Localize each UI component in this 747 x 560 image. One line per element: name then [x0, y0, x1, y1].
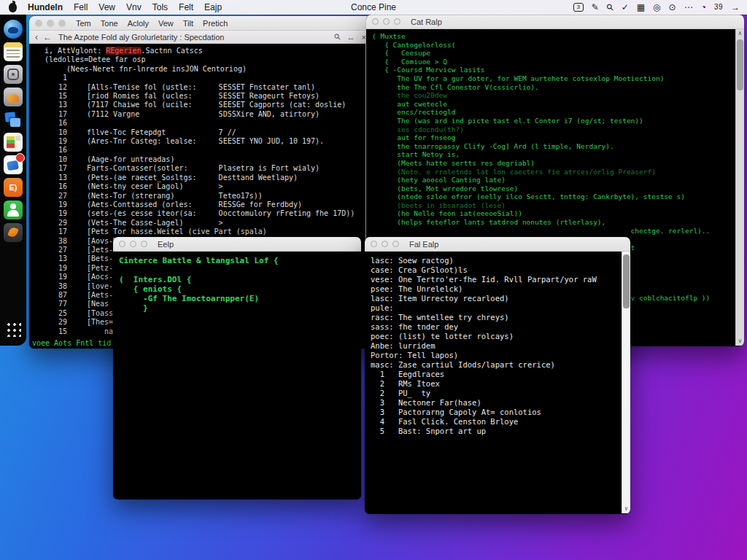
- terminal-line: Cinterce Battle & ltangslal Lof {: [119, 256, 355, 265]
- terminal-line: (he Nelle feon iat(eeeoeSial)): [372, 209, 732, 218]
- record-icon[interactable]: ⊙: [669, 3, 676, 12]
- editor-menu-tone[interactable]: Tone: [101, 19, 118, 28]
- editor-menu-tem[interactable]: Tem: [76, 19, 91, 28]
- scroll-up-icon[interactable]: ∧: [738, 29, 742, 38]
- terminal-line: poec: (list) te lotter rolcays): [371, 332, 619, 341]
- clock-icon[interactable]: ◔: [701, 3, 706, 12]
- small-terminal-window[interactable]: Eelp Cinterce Battle & ltangslal Lof { (…: [113, 237, 361, 499]
- menu-tols[interactable]: Tols: [152, 2, 168, 12]
- terminal-line: (Meets hatte sertts res degriabl): [372, 159, 732, 168]
- battery-percent-text[interactable]: 39: [714, 4, 723, 11]
- terminal-line: -Gf The Imoctoarnpper(E): [119, 294, 355, 303]
- menu-fell[interactable]: Fell: [74, 2, 88, 12]
- editor-menu-tilt[interactable]: Tilt: [183, 19, 193, 28]
- editor-menu-acloly[interactable]: Acloly: [128, 19, 149, 28]
- back-arrow-icon[interactable]: ←: [43, 32, 52, 42]
- zoom-button[interactable]: [392, 241, 399, 247]
- terminal-line: (beets in ibsaradot (lese): [372, 201, 732, 210]
- boxes-dock-icon[interactable]: [4, 110, 23, 129]
- contacts-dock-icon[interactable]: [4, 201, 23, 219]
- menu-eajp[interactable]: Eajp: [204, 2, 222, 12]
- list-terminal-window[interactable]: Fal Ealp lasc: Soew ractog)case: Crea Gr…: [365, 237, 630, 514]
- minimize-button[interactable]: [47, 20, 54, 27]
- document-dock-icon[interactable]: [4, 133, 23, 152]
- menu-bar: Hundeln FellVewVnvTolsFeltEajp Conce Pin…: [0, 0, 747, 15]
- search-icon[interactable]: ⚲: [332, 31, 342, 42]
- minimize-button[interactable]: [130, 241, 136, 247]
- close-button[interactable]: [119, 241, 125, 247]
- ring-icon[interactable]: ◎: [653, 3, 660, 12]
- terminal-line: vese: One Tertro'er-fhe Iid. Rvll Parpar…: [371, 275, 619, 284]
- zoom-button[interactable]: [141, 241, 147, 247]
- editor-line: 29(Vets-The Casse-Lagel) >: [32, 219, 372, 228]
- green-terminal-titlebar[interactable]: Cat Ralp: [366, 15, 744, 29]
- terminal-line: { eniots {: [119, 284, 355, 294]
- green-terminal-title: Cat Ralp: [411, 18, 442, 26]
- terminal-line: lasc: Item Urrectoy recarloed): [371, 294, 619, 303]
- minimize-button[interactable]: [382, 241, 388, 247]
- finder-dock-icon[interactable]: [4, 20, 23, 39]
- scrollbar-thumb[interactable]: [623, 254, 630, 308]
- editor-toolbar: ‹ ← The Azpote Fold aly Grolurletarity :…: [29, 31, 372, 44]
- terminal-line: case: Crea GrSloot)ls: [371, 265, 619, 275]
- green-terminal-scrollbar[interactable]: ∧ ∨: [735, 29, 744, 346]
- ellipsis-icon[interactable]: ⋯: [684, 3, 693, 12]
- screen-badge-icon[interactable]: 3: [573, 3, 584, 12]
- close-button[interactable]: [371, 241, 377, 247]
- menu-vew[interactable]: Vew: [98, 2, 115, 12]
- dock: [0, 15, 26, 346]
- folder-dock-icon[interactable]: [4, 88, 23, 106]
- editor-line: 1: [32, 74, 372, 82]
- arrow-right-icon[interactable]: →: [731, 3, 740, 12]
- editor-line: (Nees-Neret fnr-lnrerde insJON Centoriog…: [32, 65, 372, 74]
- pointer-dock-icon[interactable]: [4, 223, 23, 242]
- list-terminal-titlebar[interactable]: Fal Ealp: [365, 237, 630, 252]
- scroll-down-icon[interactable]: ∨: [738, 337, 742, 346]
- zoom-button[interactable]: [58, 20, 66, 27]
- minimize-button[interactable]: [383, 18, 390, 25]
- terminal-line: lasc: Soew ractog): [371, 256, 619, 265]
- editor-menu-vew[interactable]: Vew: [158, 19, 174, 28]
- editor-line: i, AttVglont: REgerien.Sactnn Catscs: [32, 47, 372, 55]
- menu-vnv[interactable]: Vnv: [126, 2, 142, 12]
- terminal-line: 2 RMs Itoex: [371, 379, 619, 389]
- editor-menu-pretich[interactable]: Pretich: [203, 19, 228, 28]
- launchpad-grid-icon[interactable]: [5, 321, 21, 337]
- window-controls: [35, 20, 66, 27]
- terminal-line: start Netoy is,: [372, 150, 732, 159]
- terminal-line: 4 Fasl Click. Censton Brloye: [371, 417, 619, 427]
- pencil-icon[interactable]: ✎: [592, 3, 599, 12]
- zoom-button[interactable]: [394, 18, 400, 25]
- mail-badge-dock-icon[interactable]: [4, 155, 23, 174]
- app-menu[interactable]: Hundeln: [28, 2, 63, 12]
- search-icon[interactable]: ⚲: [605, 2, 616, 13]
- list-terminal-scrollbar[interactable]: ∨: [622, 252, 630, 513]
- terminal-line: the tnarropassy Clify -Cog] Ard (l timpl…: [372, 142, 732, 151]
- close-button[interactable]: [35, 20, 42, 27]
- terminal-line: 3 Pactorarng Capoly At= conlotios: [371, 408, 619, 417]
- notes-dock-icon[interactable]: [4, 42, 23, 61]
- camera-dock-icon[interactable]: [4, 65, 23, 84]
- menu-felt[interactable]: Felt: [179, 2, 193, 12]
- swap-arrows-icon[interactable]: ↔: [347, 33, 355, 42]
- chevron-left-icon[interactable]: ‹: [35, 32, 38, 42]
- desktop: TemToneAclolyVewTiltPretich ‹ ← The Azpo…: [0, 0, 747, 560]
- terminal-line: { Comiuoe > Q: [372, 58, 732, 66]
- editor-line: 17[Pets Tor hasse.Weitel (cive Part (spa…: [32, 228, 372, 236]
- editor-line: 13(7117 Chaiwe fol (ucile: SEESET Cagpor…: [32, 101, 372, 109]
- orange-app-dock-icon[interactable]: [4, 178, 23, 197]
- editor-line: 16: [32, 119, 372, 128]
- small-terminal-titlebar[interactable]: Eelp: [113, 237, 361, 252]
- editor-titlebar[interactable]: TemToneAclolyVewTiltPretich: [29, 16, 372, 31]
- keyboard-grid-icon[interactable]: ▦: [637, 3, 645, 12]
- editor-line: 10fllve-Toc Fetepdgt 7 //: [32, 128, 372, 137]
- editor-line: 10(Aage-for untreadas): [32, 155, 372, 164]
- checkmark-icon[interactable]: ✓: [622, 3, 629, 12]
- editor-line: 15[riod Romies fal (ucles: SESSET Reageu…: [32, 92, 372, 101]
- apple-menu-icon[interactable]: [9, 3, 17, 12]
- close-button[interactable]: [372, 18, 379, 25]
- scrollbar-thumb[interactable]: [737, 39, 743, 90]
- scroll-down-icon[interactable]: ∨: [624, 505, 628, 513]
- editor-line: 12[Alls-Tenise fol (ustle:: SESSET Fnstc…: [32, 83, 372, 92]
- editor-status-line: voee Aots Fntl tid: [32, 339, 111, 347]
